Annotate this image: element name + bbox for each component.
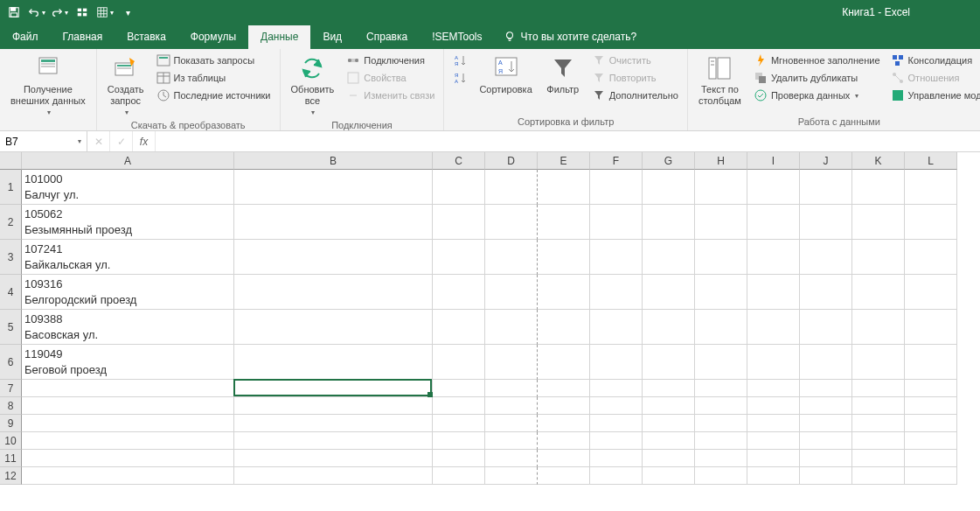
cell-C8[interactable] [433,397,485,415]
cell-L2[interactable] [905,205,957,240]
cell-H10[interactable] [695,432,747,450]
select-all-corner[interactable] [0,152,22,170]
cell-G8[interactable] [643,397,695,415]
col-header-J[interactable]: J [800,152,852,170]
cell-A9[interactable] [22,415,234,432]
cell-F12[interactable] [590,467,643,485]
cell-C12[interactable] [433,467,485,485]
col-header-B[interactable]: B [234,152,433,170]
cell-H5[interactable] [695,310,747,345]
cell-I2[interactable] [747,205,800,240]
cell-I12[interactable] [747,467,800,485]
cell-E8[interactable] [538,397,590,415]
cell-E10[interactable] [538,432,590,450]
cell-I7[interactable] [747,380,800,397]
cell-K3[interactable] [852,240,905,275]
row-header-1[interactable]: 1 [0,170,22,205]
cell-F11[interactable] [590,450,643,467]
cell-I10[interactable] [747,432,800,450]
fx-icon[interactable]: fx [133,131,156,151]
cell-J1[interactable] [800,170,852,205]
sort-za-button[interactable]: ЯА [449,70,470,86]
cell-C4[interactable] [433,275,485,310]
cell-F7[interactable] [590,380,643,397]
cell-B9[interactable] [234,415,433,432]
qat-custom2-icon[interactable]: ▾ [94,2,115,23]
row-header-3[interactable]: 3 [0,240,22,275]
sort-az-button[interactable]: АЯ [449,52,470,68]
cell-E2[interactable] [538,205,590,240]
cell-F8[interactable] [590,397,643,415]
row-header-6[interactable]: 6 [0,345,22,380]
cell-L7[interactable] [905,380,957,397]
cell-K2[interactable] [852,205,905,240]
cell-F5[interactable] [590,310,643,345]
new-query-button[interactable]: Создать запрос▾ [102,52,149,118]
cell-L3[interactable] [905,240,957,275]
col-header-K[interactable]: K [852,152,905,170]
cell-A8[interactable] [22,397,234,415]
cell-G2[interactable] [643,205,695,240]
cell-G12[interactable] [643,467,695,485]
cell-B12[interactable] [234,467,433,485]
cell-C3[interactable] [433,240,485,275]
cell-J2[interactable] [800,205,852,240]
cell-E4[interactable] [538,275,590,310]
cell-L10[interactable] [905,432,957,450]
cell-B4[interactable] [234,275,433,310]
cell-J9[interactable] [800,415,852,432]
cell-L9[interactable] [905,415,957,432]
cell-F3[interactable] [590,240,643,275]
cell-J7[interactable] [800,380,852,397]
cell-A10[interactable] [22,432,234,450]
cell-K1[interactable] [852,170,905,205]
col-header-L[interactable]: L [905,152,957,170]
tell-me-search[interactable]: Что вы хотите сделать? [495,25,646,49]
cell-B2[interactable] [234,205,433,240]
cell-D7[interactable] [485,380,538,397]
cell-F6[interactable] [590,345,643,380]
cell-J5[interactable] [800,310,852,345]
redo-icon[interactable]: ▾ [49,2,70,23]
cell-F1[interactable] [590,170,643,205]
cell-E11[interactable] [538,450,590,467]
qat-customize-icon[interactable]: ▾ [117,2,138,23]
flash-fill-button[interactable]: Мгновенное заполнение [750,52,884,68]
tab-home[interactable]: Главная [51,25,115,49]
cell-E7[interactable] [538,380,590,397]
cell-D12[interactable] [485,467,538,485]
cell-A12[interactable] [22,467,234,485]
col-header-D[interactable]: D [485,152,538,170]
from-table-button[interactable]: Из таблицы [153,70,275,86]
tab-file[interactable]: Файл [0,25,51,49]
cell-G10[interactable] [643,432,695,450]
tab-help[interactable]: Справка [354,25,420,49]
tab-semtools[interactable]: !SEMTools [420,25,494,49]
cell-B10[interactable] [234,432,433,450]
cell-E3[interactable] [538,240,590,275]
cell-J4[interactable] [800,275,852,310]
cell-J10[interactable] [800,432,852,450]
cell-B3[interactable] [234,240,433,275]
cell-B5[interactable] [234,310,433,345]
undo-icon[interactable]: ▾ [26,2,47,23]
cell-G7[interactable] [643,380,695,397]
row-header-2[interactable]: 2 [0,205,22,240]
data-validation-button[interactable]: Проверка данных▾ [750,88,884,103]
tab-data[interactable]: Данные [248,25,310,49]
cell-C11[interactable] [433,450,485,467]
cell-F2[interactable] [590,205,643,240]
cell-J3[interactable] [800,240,852,275]
cell-H9[interactable] [695,415,747,432]
cell-C5[interactable] [433,310,485,345]
cell-F4[interactable] [590,275,643,310]
row-header-7[interactable]: 7 [0,380,22,397]
cell-H12[interactable] [695,467,747,485]
cell-I9[interactable] [747,415,800,432]
cell-J8[interactable] [800,397,852,415]
cell-D10[interactable] [485,432,538,450]
row-header-9[interactable]: 9 [0,415,22,432]
cell-D6[interactable] [485,345,538,380]
cell-I1[interactable] [747,170,800,205]
tab-view[interactable]: Вид [310,25,354,49]
